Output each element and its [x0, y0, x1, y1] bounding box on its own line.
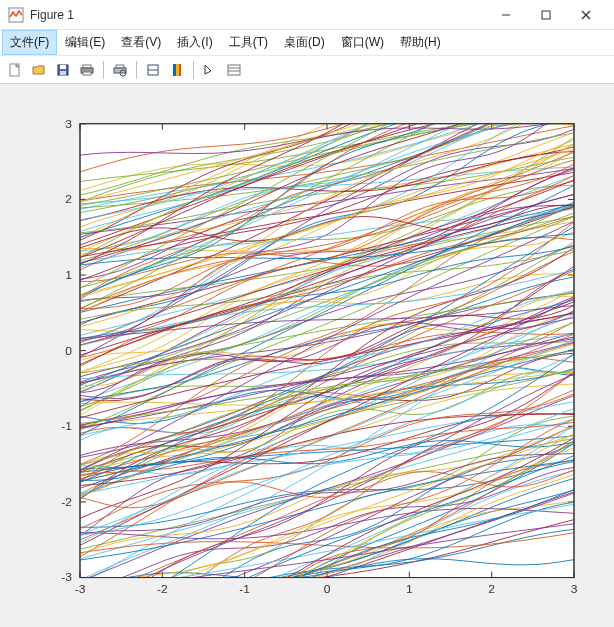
svg-text:3: 3 — [65, 117, 72, 131]
svg-rect-8 — [60, 71, 66, 75]
window-title: Figure 1 — [30, 8, 486, 22]
save-button[interactable] — [52, 59, 74, 81]
toolbar-separator — [193, 61, 194, 79]
svg-text:2: 2 — [65, 192, 72, 206]
svg-rect-18 — [176, 64, 179, 76]
menu-window[interactable]: 窗口(W) — [333, 30, 392, 55]
maximize-button[interactable] — [526, 2, 566, 28]
svg-text:-1: -1 — [239, 582, 250, 596]
toolbar-separator — [103, 61, 104, 79]
svg-rect-2 — [542, 11, 550, 19]
window-buttons — [486, 2, 606, 28]
svg-text:0: 0 — [65, 344, 72, 358]
edit-plot-button[interactable] — [199, 59, 221, 81]
svg-text:-3: -3 — [75, 582, 86, 596]
new-figure-button[interactable] — [4, 59, 26, 81]
print-preview-button[interactable] — [109, 59, 131, 81]
menu-insert[interactable]: 插入(I) — [169, 30, 220, 55]
svg-rect-17 — [173, 64, 176, 76]
svg-rect-19 — [179, 64, 181, 76]
minimize-button[interactable] — [486, 2, 526, 28]
svg-rect-20 — [228, 65, 240, 75]
open-button[interactable] — [28, 59, 50, 81]
title-bar: Figure 1 — [0, 0, 614, 30]
svg-text:-3: -3 — [61, 571, 72, 585]
svg-text:0: 0 — [324, 582, 331, 596]
menu-desktop[interactable]: 桌面(D) — [276, 30, 333, 55]
menu-view[interactable]: 查看(V) — [113, 30, 169, 55]
menu-file[interactable]: 文件(F) — [2, 30, 57, 55]
svg-text:1: 1 — [65, 268, 72, 282]
svg-rect-7 — [60, 65, 66, 69]
axes[interactable]: -3-2-10123-3-2-10123 — [20, 104, 594, 617]
menu-edit[interactable]: 编辑(E) — [57, 30, 113, 55]
menu-bar: 文件(F) 编辑(E) 查看(V) 插入(I) 工具(T) 桌面(D) 窗口(W… — [0, 30, 614, 56]
link-axes-button[interactable] — [142, 59, 164, 81]
svg-text:-1: -1 — [61, 419, 72, 433]
insert-colorbar-button[interactable] — [166, 59, 188, 81]
menu-tools[interactable]: 工具(T) — [221, 30, 276, 55]
menu-help[interactable]: 帮助(H) — [392, 30, 449, 55]
toolbar-separator — [136, 61, 137, 79]
toolbar — [0, 56, 614, 84]
svg-text:-2: -2 — [157, 582, 168, 596]
svg-rect-11 — [83, 72, 91, 75]
close-button[interactable] — [566, 2, 606, 28]
svg-text:3: 3 — [571, 582, 578, 596]
svg-text:1: 1 — [406, 582, 413, 596]
svg-text:2: 2 — [488, 582, 495, 596]
print-button[interactable] — [76, 59, 98, 81]
svg-text:-2: -2 — [61, 495, 72, 509]
data-cursor-button[interactable] — [223, 59, 245, 81]
app-icon — [8, 7, 24, 23]
figure-canvas: -3-2-10123-3-2-10123 — [0, 84, 614, 627]
